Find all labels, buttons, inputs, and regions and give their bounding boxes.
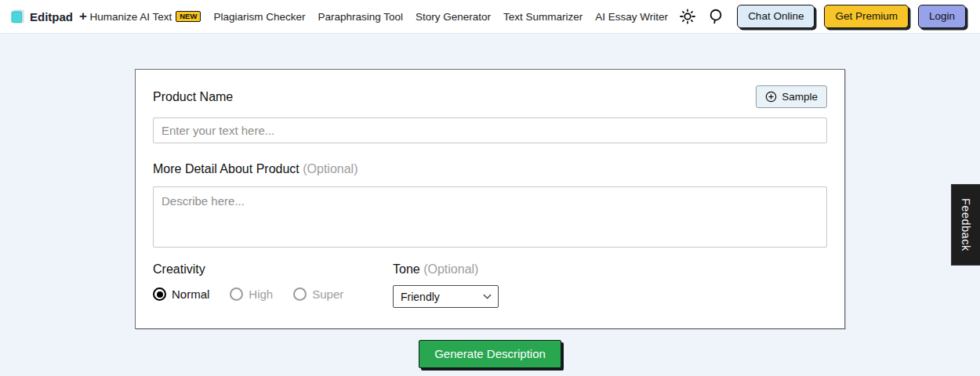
tone-label: Tone (Optional) [393, 262, 499, 277]
product-description-form-card: Product Name Sample More Detail About Pr… [135, 69, 845, 329]
plus-circle-icon [765, 91, 777, 103]
radio-label: Normal [172, 287, 209, 301]
get-premium-button[interactable]: Get Premium [824, 5, 909, 28]
tone-select-wrap: Friendly [393, 285, 499, 308]
main-nav: Humanize AI Text NEW Plagiarism Checker … [89, 11, 668, 23]
radio-label: Super [312, 287, 343, 301]
tone-optional-text: (Optional) [423, 262, 478, 276]
nav-label: AI Essay Writer [595, 11, 668, 23]
search-icon[interactable] [707, 8, 724, 25]
nav-item-plagiarism-checker[interactable]: Plagiarism Checker [213, 11, 305, 23]
nav-label: Text Summarizer [503, 11, 583, 23]
header-buttons: Chat Online Get Premium Login [737, 5, 966, 28]
nav-label: Story Generator [416, 11, 491, 23]
top-navbar: Editpad + Humanize AI Text NEW Plagiaris… [0, 0, 980, 34]
detail-label: More Detail About Product (Optional) [153, 162, 827, 176]
nav-label: Paraphrasing Tool [318, 11, 403, 23]
radio-checked-icon [153, 287, 166, 301]
radio-unchecked-icon [293, 287, 307, 301]
nav-item-paraphrasing-tool[interactable]: Paraphrasing Tool [318, 11, 403, 23]
creativity-radio-super[interactable]: Super [293, 287, 343, 301]
sample-button[interactable]: Sample [756, 85, 827, 108]
chat-online-button[interactable]: Chat Online [737, 5, 815, 28]
product-name-input[interactable] [153, 118, 827, 143]
theme-toggle-sun-icon[interactable] [679, 8, 696, 25]
brand-name: Editpad [30, 10, 73, 24]
tone-select[interactable]: Friendly [393, 285, 499, 308]
new-badge: NEW [176, 11, 201, 23]
detail-label-text: More Detail About Product [153, 162, 299, 175]
generate-description-button[interactable]: Generate Description [419, 340, 561, 368]
notepad-icon [9, 9, 26, 25]
product-name-label: Product Name [153, 90, 233, 104]
editpad-logo[interactable]: Editpad + [9, 9, 87, 25]
nav-item-text-summarizer[interactable]: Text Summarizer [503, 11, 583, 23]
creativity-radio-normal[interactable]: Normal [153, 287, 209, 301]
options-row: Creativity Normal High Super Tone ( [153, 262, 827, 308]
feedback-tab[interactable]: Feedback [951, 184, 980, 266]
detail-optional-text: (Optional) [303, 162, 358, 175]
nav-item-story-generator[interactable]: Story Generator [416, 11, 491, 23]
detail-textarea[interactable] [153, 186, 827, 248]
creativity-group: Creativity Normal High Super [153, 262, 393, 308]
nav-item-ai-essay-writer[interactable]: AI Essay Writer [595, 11, 668, 23]
nav-label: Plagiarism Checker [213, 11, 305, 23]
brand-plus: + [79, 9, 87, 24]
creativity-label: Creativity [153, 262, 393, 277]
radio-label: High [249, 287, 273, 301]
radio-unchecked-icon [230, 287, 243, 301]
creativity-radio-row: Normal High Super [153, 287, 393, 301]
detail-section: More Detail About Product (Optional) [153, 162, 827, 251]
nav-item-humanize-ai-text[interactable]: Humanize AI Text NEW [89, 11, 201, 23]
creativity-radio-high[interactable]: High [230, 287, 273, 301]
tone-group: Tone (Optional) Friendly [393, 262, 499, 308]
tone-label-text: Tone [393, 262, 420, 276]
login-button[interactable]: Login [918, 5, 966, 28]
product-name-row: Product Name Sample [153, 85, 827, 108]
nav-label: Humanize AI Text [89, 11, 172, 23]
sample-button-label: Sample [782, 91, 818, 103]
